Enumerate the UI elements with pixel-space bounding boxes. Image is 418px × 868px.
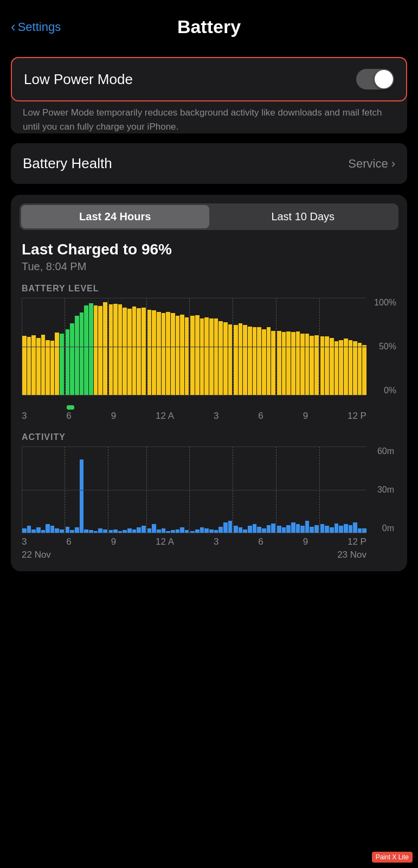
battery-level-section: BATTERY LEVEL 100% 50% 0% 3 6 9 12 A 3 6 <box>11 275 407 422</box>
page-title: Battery <box>177 16 241 37</box>
back-button[interactable]: ‹ Settings <box>11 20 61 34</box>
activity-chart-divider <box>319 446 320 533</box>
activity-bar <box>166 531 170 533</box>
activity-bar <box>84 529 88 533</box>
battery-bar <box>277 331 281 395</box>
battery-bar <box>353 341 357 395</box>
activity-bar <box>46 524 50 533</box>
battery-bar <box>349 340 353 395</box>
activity-bar <box>89 530 93 533</box>
charge-title: Last Charged to 96% <box>22 241 396 258</box>
activity-bar <box>22 528 27 533</box>
chart-divider <box>65 298 65 395</box>
battery-bar <box>362 345 366 395</box>
activity-bar <box>75 527 79 533</box>
activity-bar <box>176 529 180 533</box>
act-x-3am: 3 <box>22 537 27 547</box>
activity-y-30: 30m <box>377 485 394 495</box>
activity-bar <box>223 522 228 533</box>
battery-bar <box>137 308 141 395</box>
battery-bar <box>31 335 36 395</box>
activity-chart-divider <box>108 446 108 533</box>
low-power-toggle[interactable] <box>356 69 394 90</box>
battery-bar <box>176 316 180 395</box>
activity-bar <box>214 530 218 533</box>
battery-bar <box>98 306 102 395</box>
activity-bar <box>142 526 146 533</box>
battery-bar <box>60 334 64 395</box>
activity-chart-divider <box>233 446 233 533</box>
battery-bar <box>180 315 184 395</box>
activity-bar <box>248 526 252 533</box>
battery-bar <box>253 327 257 395</box>
activity-bar <box>277 526 281 533</box>
activity-bar <box>41 530 46 533</box>
act-x-9am: 9 <box>111 537 116 547</box>
battery-bar <box>218 321 223 395</box>
battery-bar <box>127 309 132 395</box>
battery-health-row[interactable]: Battery Health Service › <box>11 143 407 184</box>
tab-24h[interactable]: Last 24 Hours <box>21 205 209 228</box>
activity-bar <box>137 527 141 533</box>
chart-divider <box>319 298 320 395</box>
battery-bar <box>27 337 31 395</box>
battery-bar <box>358 343 362 395</box>
activity-chart <box>22 446 366 533</box>
activity-bar <box>66 527 70 533</box>
activity-bar <box>55 528 59 533</box>
stats-card: Last 24 Hours Last 10 Days Last Charged … <box>11 195 407 571</box>
battery-bar <box>171 313 175 395</box>
battery-bar <box>228 324 233 395</box>
battery-bar <box>223 322 228 395</box>
activity-bar <box>358 528 362 533</box>
activity-chart-container: 60m 30m 0m <box>22 446 396 533</box>
battery-bar <box>89 303 93 395</box>
activity-bar <box>218 527 223 533</box>
x-label-3am: 3 <box>22 411 27 422</box>
activity-bar <box>195 529 200 533</box>
x-label-3pm: 3 <box>214 411 218 422</box>
act-x-6am: 6 <box>66 537 71 547</box>
battery-bar <box>190 316 195 395</box>
battery-bar <box>195 315 200 395</box>
battery-bar <box>305 334 310 395</box>
activity-bar <box>31 529 36 533</box>
tab-10d[interactable]: Last 10 Days <box>209 205 397 228</box>
activity-bar <box>325 526 329 533</box>
charge-info: Last Charged to 96% Tue, 8:04 PM <box>11 230 407 275</box>
low-power-row[interactable]: Low Power Mode <box>11 57 407 101</box>
battery-health-value: Service <box>348 157 388 171</box>
battery-bar <box>66 329 70 395</box>
battery-bar <box>286 331 291 395</box>
activity-chart-area <box>22 446 366 533</box>
x-label-9am: 9 <box>111 411 116 422</box>
watermark: Paint X Lite <box>372 852 413 863</box>
chevron-right-icon: › <box>391 157 395 171</box>
battery-bar <box>157 312 161 395</box>
activity-y-0: 0m <box>382 524 394 533</box>
activity-bar <box>349 525 353 533</box>
activity-bar <box>339 526 343 533</box>
activity-bar <box>262 528 266 533</box>
battery-bar <box>339 340 343 395</box>
y-label-50: 50% <box>379 342 396 352</box>
activity-bar <box>305 521 310 533</box>
activity-chart-divider <box>276 446 276 533</box>
activity-bar <box>257 527 261 533</box>
x-label-6am: 6 <box>66 411 71 422</box>
activity-bar <box>291 522 295 533</box>
battery-chart-container: 100% 50% 0% <box>22 298 396 395</box>
battery-chart <box>22 298 366 395</box>
activity-label: ACTIVITY <box>22 432 396 442</box>
activity-bar <box>118 531 123 533</box>
x-label-12p: 12 P <box>348 411 366 422</box>
battery-bar <box>296 331 300 395</box>
activity-bar <box>353 522 357 533</box>
battery-bar <box>234 325 238 395</box>
activity-section: ACTIVITY 60m 30m 0m 3 6 9 12 A 3 6 9 12 … <box>11 422 407 560</box>
activity-bar <box>267 525 271 533</box>
activity-bar <box>113 529 118 533</box>
battery-bar <box>239 323 243 395</box>
battery-bar <box>162 313 166 395</box>
battery-bar <box>46 340 50 395</box>
